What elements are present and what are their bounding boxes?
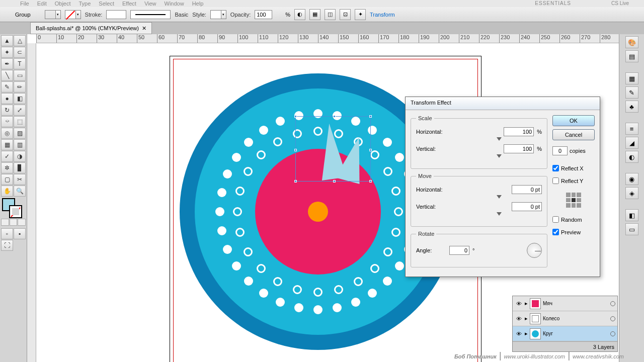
direct-selection-tool[interactable]: △ — [14, 35, 26, 46]
stroke-weight-input[interactable] — [106, 10, 126, 19]
target-icon[interactable] — [610, 316, 615, 321]
scale-h-input[interactable] — [504, 127, 534, 136]
menu-object[interactable]: Object — [55, 1, 71, 7]
ok-button[interactable]: OK — [552, 115, 595, 126]
slice-tool[interactable]: ✂ — [14, 174, 26, 185]
selection-tool[interactable]: ▲ — [1, 35, 13, 46]
reflect-x-checkbox[interactable] — [552, 165, 559, 171]
scale-tool[interactable]: ⤢ — [14, 105, 26, 116]
copies-input[interactable] — [552, 146, 568, 155]
move-v-slider[interactable] — [451, 213, 542, 216]
mesh-tool[interactable]: ▦ — [1, 139, 13, 150]
fill-dropdown[interactable] — [56, 10, 61, 19]
zoom-tool[interactable]: 🔍 — [14, 186, 26, 197]
menu-type[interactable]: Type — [79, 1, 91, 7]
stroke-dropdown[interactable] — [76, 10, 81, 19]
none-mode-icon[interactable] — [18, 219, 26, 226]
fill-swatch[interactable] — [45, 10, 56, 19]
paintbrush-tool[interactable]: ✎ — [1, 81, 13, 93]
draw-behind-icon[interactable]: ▪ — [14, 228, 26, 239]
style-swatch[interactable] — [210, 10, 221, 19]
expand-icon[interactable]: ▸ — [525, 330, 528, 337]
layer-row[interactable]: 👁 ▸ Колесо — [513, 311, 617, 326]
lasso-tool[interactable]: ⊂ — [14, 47, 26, 58]
stroke-panel-icon[interactable]: ≡ — [625, 123, 638, 135]
eyedropper-tool[interactable]: ✓ — [1, 151, 13, 162]
scale-v-input[interactable] — [504, 144, 534, 153]
opacity-input[interactable] — [255, 10, 272, 19]
width-tool[interactable]: ⌔ — [1, 116, 13, 127]
gradient-mode-icon[interactable] — [10, 219, 18, 226]
magic-wand-tool[interactable]: ✦ — [1, 47, 13, 58]
color-picker[interactable] — [1, 197, 26, 217]
stroke-swatch[interactable] — [65, 10, 76, 19]
target-icon[interactable] — [610, 331, 615, 336]
stroke-color-box[interactable] — [9, 205, 22, 218]
transparency-panel-icon[interactable]: ◐ — [625, 151, 638, 163]
line-tool[interactable]: ╲ — [1, 70, 13, 81]
menu-window[interactable]: Window — [165, 1, 184, 7]
transform-icon[interactable]: ◫ — [325, 9, 336, 20]
color-guide-panel-icon[interactable]: ▤ — [625, 50, 638, 62]
random-checkbox[interactable] — [552, 216, 559, 223]
gradient-panel-icon[interactable]: ◢ — [625, 137, 638, 149]
swatches-panel-icon[interactable]: ▦ — [625, 72, 638, 84]
target-icon[interactable] — [610, 301, 615, 306]
draw-normal-icon[interactable]: ▫ — [1, 228, 13, 239]
rotate-tool[interactable]: ↻ — [1, 105, 13, 116]
graphic-styles-panel-icon[interactable]: ◈ — [625, 187, 638, 199]
reflect-y-checkbox[interactable] — [552, 177, 559, 184]
appearance-panel-icon[interactable]: ◉ — [625, 173, 638, 185]
type-tool[interactable]: T — [14, 58, 26, 69]
rectangle-tool[interactable]: ▭ — [14, 70, 26, 81]
brush-preview[interactable] — [130, 10, 171, 19]
artboards-panel-icon[interactable]: ▭ — [625, 223, 638, 235]
hand-tool[interactable]: ✋ — [1, 186, 13, 197]
scale-h-slider[interactable] — [451, 138, 542, 141]
blend-tool[interactable]: ◑ — [14, 151, 26, 162]
isolate-icon[interactable]: ⊡ — [340, 9, 351, 20]
free-transform-tool[interactable]: ⬚ — [14, 116, 26, 127]
menu-file[interactable]: File — [20, 1, 29, 7]
visibility-icon[interactable]: 👁 — [515, 301, 523, 307]
anchor-grid[interactable] — [566, 193, 581, 208]
layer-row[interactable]: 👁 ▸ Мяч — [513, 296, 617, 311]
artboard-tool[interactable]: ▢ — [1, 174, 13, 185]
pen-tool[interactable]: ✒ — [1, 58, 13, 69]
visibility-icon[interactable]: 👁 — [515, 316, 523, 322]
layers-panel-icon[interactable]: ◧ — [625, 209, 638, 221]
edit-icon[interactable]: ✦ — [355, 9, 366, 20]
menu-edit[interactable]: Edit — [37, 1, 47, 7]
menu-help[interactable]: Help — [192, 1, 204, 7]
screen-mode-icon[interactable]: ⛶ — [1, 240, 13, 251]
close-tab-icon[interactable]: ✕ — [142, 25, 146, 32]
style-dropdown[interactable] — [221, 10, 226, 19]
layer-row[interactable]: 👁 ▸ Круг — [513, 326, 617, 341]
expand-icon[interactable]: ▸ — [525, 315, 528, 322]
menu-effect[interactable]: Effect — [122, 1, 136, 7]
transform-link[interactable]: Transform — [370, 12, 395, 18]
align-icon[interactable]: ▦ — [309, 9, 320, 20]
move-h-input[interactable] — [512, 185, 542, 194]
color-panel-icon[interactable]: 🎨 — [625, 36, 638, 48]
cs-live[interactable]: CS Live — [611, 1, 629, 6]
cancel-button[interactable]: Cancel — [552, 129, 595, 140]
brushes-panel-icon[interactable]: ✎ — [625, 86, 638, 99]
menu-select[interactable]: Select — [99, 1, 114, 7]
perspective-tool[interactable]: ▨ — [14, 128, 26, 139]
color-mode-icon[interactable] — [1, 219, 9, 226]
move-h-slider[interactable] — [451, 196, 542, 199]
rotate-wheel[interactable] — [527, 243, 542, 258]
preview-checkbox[interactable] — [552, 229, 559, 235]
shape-builder-tool[interactable]: ◎ — [1, 128, 13, 139]
workspace-switcher[interactable]: ESSENTIALS — [535, 1, 571, 6]
expand-icon[interactable]: ▸ — [525, 300, 528, 307]
symbol-sprayer-tool[interactable]: ✲ — [1, 162, 13, 173]
visibility-icon[interactable]: 👁 — [515, 331, 523, 337]
angle-input[interactable] — [449, 246, 469, 255]
document-tab[interactable]: Ball-splashs.ai* @ 100% (CMYK/Preview) ✕ — [30, 22, 152, 34]
graph-tool[interactable]: ▊ — [14, 162, 26, 173]
menu-view[interactable]: View — [144, 1, 156, 7]
pencil-tool[interactable]: ✏ — [14, 81, 26, 93]
symbols-panel-icon[interactable]: ♣ — [625, 101, 638, 113]
